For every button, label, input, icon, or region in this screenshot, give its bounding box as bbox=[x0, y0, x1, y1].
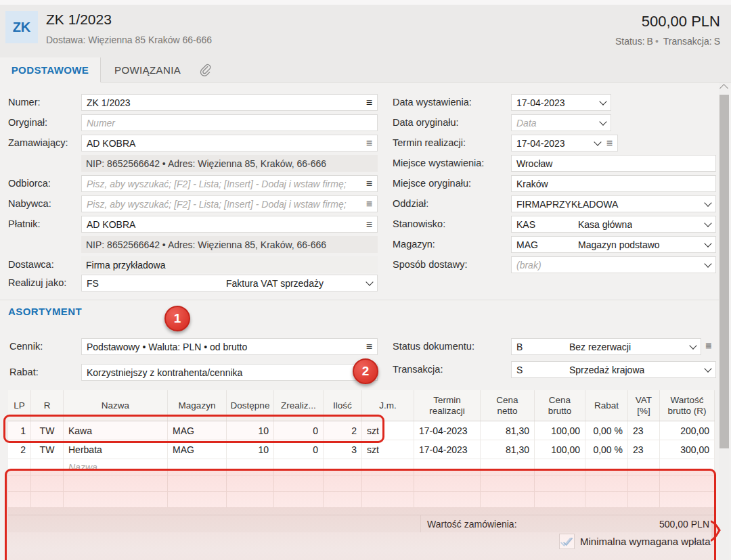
table-cell[interactable] bbox=[31, 492, 64, 507]
table-empty-row[interactable] bbox=[8, 475, 715, 492]
column-header[interactable]: Magazyn bbox=[168, 390, 227, 421]
table-cell[interactable] bbox=[8, 475, 31, 491]
table-cell[interactable] bbox=[274, 459, 324, 475]
column-header[interactable]: Cena netto bbox=[481, 390, 535, 421]
table-cell[interactable] bbox=[481, 475, 535, 491]
rabat-input[interactable]: Korzystniejszy z kontrahenta/cennika ≡ bbox=[81, 364, 378, 381]
odbiorca-menu-icon[interactable]: ≡ bbox=[366, 179, 372, 189]
table-cell[interactable]: 23 bbox=[628, 440, 660, 459]
table-cell[interactable] bbox=[227, 459, 274, 475]
table-cell[interactable] bbox=[227, 475, 274, 491]
stanowisko-chevron-down-icon[interactable] bbox=[704, 219, 711, 227]
table-cell[interactable] bbox=[274, 492, 324, 507]
table-cell[interactable] bbox=[414, 475, 481, 491]
column-header[interactable]: Cena brutto bbox=[535, 390, 585, 421]
table-cell[interactable]: 0 bbox=[274, 440, 324, 459]
table-row[interactable]: 2TWHerbataMAG1003szt17-04-202381,30100,0… bbox=[8, 440, 715, 459]
table-empty-row[interactable] bbox=[8, 492, 715, 508]
table-cell[interactable]: TW bbox=[31, 421, 64, 440]
table-cell[interactable]: 17-04-2023 bbox=[414, 440, 481, 459]
column-header[interactable]: Zrealiz... bbox=[274, 390, 324, 421]
oddzial-chevron-down-icon[interactable] bbox=[704, 199, 711, 206]
sposob-dostawy-chevron-down-icon[interactable] bbox=[704, 260, 711, 267]
table-cell[interactable]: Herbata bbox=[64, 440, 168, 459]
table-cell[interactable]: 100,00 bbox=[535, 440, 585, 459]
table-cell[interactable] bbox=[535, 475, 585, 491]
magazyn-select[interactable]: MAG Magazyn podstawo bbox=[511, 236, 716, 253]
platnik-input[interactable]: AD KOBRA ≡ bbox=[81, 216, 378, 233]
table-cell[interactable]: Kawa bbox=[64, 421, 168, 440]
table-cell[interactable] bbox=[64, 475, 168, 491]
table-cell[interactable]: 17-04-2023 bbox=[414, 421, 481, 440]
table-cell[interactable]: 10 bbox=[227, 440, 274, 459]
table-cell[interactable] bbox=[31, 459, 64, 475]
table-cell[interactable]: 1 bbox=[8, 421, 31, 440]
table-cell[interactable] bbox=[585, 492, 628, 507]
table-cell[interactable]: 81,30 bbox=[481, 440, 535, 459]
table-cell[interactable]: MAG bbox=[168, 421, 227, 440]
table-cell[interactable]: 23 bbox=[628, 421, 660, 440]
data-oryginalu-chevron-down-icon[interactable] bbox=[599, 118, 606, 125]
table-cell[interactable] bbox=[481, 492, 535, 507]
table-cell[interactable]: 10 bbox=[227, 421, 274, 440]
table-cell[interactable] bbox=[31, 475, 64, 491]
table-cell[interactable] bbox=[8, 492, 31, 507]
table-cell[interactable] bbox=[535, 459, 585, 475]
realizuj-chevron-down-icon[interactable] bbox=[366, 278, 373, 285]
data-wystawienia-chevron-down-icon[interactable] bbox=[599, 97, 606, 105]
table-cell[interactable]: 0 bbox=[274, 421, 324, 440]
table-cell[interactable] bbox=[324, 475, 362, 491]
odbiorca-input[interactable]: Pisz, aby wyszukać; [F2] - Lista; [Inser… bbox=[81, 175, 378, 192]
table-cell[interactable] bbox=[628, 475, 660, 491]
column-header[interactable]: Termin realizacji bbox=[414, 390, 481, 421]
table-cell[interactable] bbox=[660, 459, 715, 475]
attachment-paperclip-icon[interactable] bbox=[198, 57, 213, 82]
transakcja-select[interactable]: S Sprzedaż krajowa bbox=[511, 361, 716, 378]
table-cell[interactable] bbox=[362, 492, 414, 507]
oryginal-input[interactable]: Numer bbox=[81, 114, 378, 131]
termin-realizacji-input[interactable]: 17-04-2023 ≡ bbox=[511, 135, 618, 151]
table-cell[interactable]: 0,00 % bbox=[585, 421, 628, 440]
table-cell[interactable] bbox=[362, 459, 414, 475]
termin-realizacji-chevron-down-icon[interactable] bbox=[594, 138, 601, 145]
table-cell[interactable] bbox=[414, 492, 481, 507]
termin-realizacji-menu-icon[interactable]: ≡ bbox=[606, 138, 613, 149]
status-dokumentu-chevron-down-icon[interactable] bbox=[689, 342, 696, 349]
table-cell[interactable] bbox=[64, 492, 168, 507]
transakcja-chevron-down-icon[interactable] bbox=[704, 365, 711, 372]
sposob-dostawy-select[interactable]: (brak) bbox=[511, 256, 716, 273]
table-cell[interactable] bbox=[362, 475, 414, 491]
table-cell[interactable]: szt bbox=[362, 440, 414, 459]
status-dokumentu-select[interactable]: B Bez rezerwacji bbox=[511, 338, 701, 355]
table-cell[interactable]: TW bbox=[31, 440, 64, 459]
column-header[interactable]: R bbox=[31, 390, 64, 421]
new-row-name-placeholder[interactable]: Nazwa bbox=[64, 459, 168, 475]
nabywca-input[interactable]: Pisz, aby wyszukać; [F2] - Lista; [Inser… bbox=[81, 195, 378, 212]
table-cell[interactable]: 100,00 bbox=[535, 421, 585, 440]
table-empty-row[interactable]: Nazwa bbox=[8, 459, 715, 475]
table-cell[interactable] bbox=[274, 475, 324, 491]
zamawiajacy-menu-icon[interactable]: ≡ bbox=[366, 138, 372, 149]
table-cell[interactable] bbox=[628, 459, 660, 475]
tab-powiazania[interactable]: POWIĄZANIA bbox=[101, 57, 194, 82]
table-cell[interactable] bbox=[660, 492, 715, 507]
table-cell[interactable]: szt bbox=[362, 421, 414, 440]
table-cell[interactable]: MAG bbox=[168, 440, 227, 459]
table-cell[interactable] bbox=[585, 459, 628, 475]
magazyn-chevron-down-icon[interactable] bbox=[704, 239, 711, 247]
table-cell[interactable] bbox=[227, 492, 274, 507]
status-dokumentu-menu-icon[interactable]: ≡ bbox=[705, 340, 711, 352]
column-header[interactable]: J.m. bbox=[362, 390, 414, 421]
table-cell[interactable]: 200,00 bbox=[660, 421, 715, 440]
table-cell[interactable] bbox=[585, 475, 628, 491]
platnik-menu-icon[interactable]: ≡ bbox=[366, 219, 372, 230]
column-header[interactable]: Dostępne bbox=[227, 390, 274, 421]
table-cell[interactable]: 2 bbox=[8, 440, 31, 459]
tab-podstawowe[interactable]: PODSTAWOWE bbox=[0, 57, 101, 83]
column-header[interactable]: Wartość brutto (R) bbox=[660, 390, 715, 421]
table-cell[interactable] bbox=[324, 459, 362, 475]
stanowisko-select[interactable]: KAS Kasa główna bbox=[511, 216, 716, 233]
table-cell[interactable] bbox=[8, 459, 31, 475]
table-cell[interactable] bbox=[660, 475, 715, 491]
column-header[interactable]: Rabat bbox=[585, 390, 628, 421]
